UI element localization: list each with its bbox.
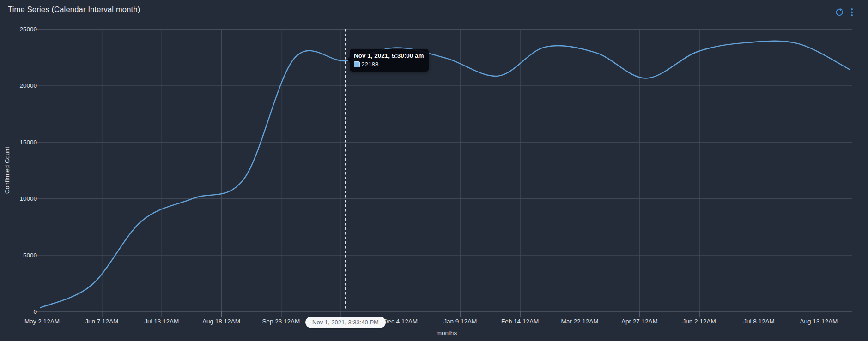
chart-tooltip: Nov 1, 2021, 5:30:00 am 22188 [350, 49, 429, 72]
x-axis-tick-label: Apr 27 12AM [621, 318, 658, 325]
y-axis-tick-label: 20000 [6, 82, 37, 89]
x-axis-title: months [437, 329, 457, 336]
x-axis-tick-label: Jan 9 12AM [443, 318, 477, 325]
x-axis-tick-label: May 2 12AM [24, 318, 60, 325]
crosshair-x-value-pill: Nov 1, 2021, 3:33:40 PM [305, 317, 386, 328]
series-swatch-icon [354, 61, 360, 67]
x-axis-tick-label: Sep 23 12AM [262, 318, 300, 325]
y-axis-tick-label: 5000 [6, 251, 37, 258]
x-axis-tick-label: Jul 8 12AM [743, 318, 775, 325]
x-axis-tick-label: Mar 22 12AM [561, 318, 598, 325]
x-axis-tick-label: Jun 7 12AM [85, 318, 118, 325]
tooltip-value: 22188 [361, 61, 379, 68]
y-axis-tick-label: 15000 [6, 138, 37, 145]
x-axis-tick-label: Feb 14 12AM [501, 318, 539, 325]
gridlines [35, 29, 852, 312]
x-axis-tick-label: Jul 13 12AM [144, 318, 179, 325]
x-axis-tick-label: Aug 13 12AM [800, 318, 838, 325]
tooltip-series-row: 22188 [354, 61, 424, 68]
chart-canvas[interactable] [0, 0, 868, 341]
y-axis-title: Confirmed Count [4, 147, 11, 194]
timeseries-panel: Time Series (Calendar Interval month) Co… [0, 0, 868, 341]
x-axis-tick-label: Jun 2 12AM [683, 318, 716, 325]
x-axis-tick-label: Dec 4 12AM [383, 318, 418, 325]
y-axis-tick-label: 10000 [6, 195, 37, 202]
y-axis-tick-label: 25000 [6, 26, 37, 33]
y-axis-tick-label: 0 [6, 308, 37, 315]
tooltip-timestamp: Nov 1, 2021, 5:30:00 am [354, 52, 424, 59]
x-axis-tick-label: Aug 18 12AM [202, 318, 240, 325]
x-axis-ticks [42, 311, 819, 317]
